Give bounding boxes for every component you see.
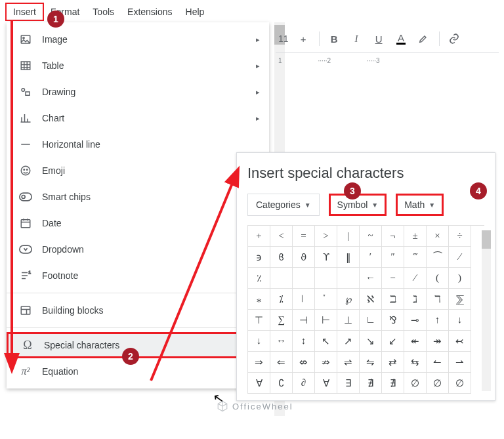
character-cell[interactable]: ⃰ — [315, 289, 337, 310]
menu-item-date[interactable]: Date — [7, 210, 269, 236]
character-cell[interactable]: = — [293, 226, 315, 247]
character-cell[interactable]: ∑ — [270, 310, 293, 331]
character-cell[interactable]: + — [248, 226, 270, 247]
menu-item-dropdown[interactable]: Dropdown — [7, 236, 269, 262]
menu-item-image[interactable]: Image ▸ — [7, 26, 269, 52]
character-cell[interactable]: ‴ — [404, 247, 427, 268]
character-cell[interactable]: ( — [427, 268, 449, 289]
menu-item-drawing[interactable]: Drawing ▸ — [7, 79, 269, 105]
character-cell[interactable]: ⅋ — [382, 310, 404, 331]
character-cell[interactable]: ⇒ — [248, 352, 270, 373]
character-cell[interactable]: ⊸ — [404, 310, 427, 331]
character-cell[interactable]: ÷ — [449, 226, 471, 247]
character-cell[interactable]: ↞ — [404, 331, 427, 352]
character-cell[interactable] — [315, 268, 337, 289]
character-cell[interactable]: ∄ — [360, 373, 382, 394]
menu-item-special-characters[interactable]: Ω Special characters — [7, 332, 269, 358]
character-cell[interactable]: ⅀ — [449, 289, 471, 310]
character-cell[interactable]: < — [270, 226, 293, 247]
character-cell[interactable]: ↔ — [270, 331, 293, 352]
insert-link-button[interactable] — [445, 29, 465, 49]
character-cell[interactable]: ⇀ — [449, 352, 471, 373]
character-cell[interactable]: ↢ — [449, 331, 471, 352]
character-cell[interactable]: ℘ — [337, 289, 360, 310]
menu-item-horizontal-line[interactable]: Horizontal line — [7, 131, 269, 157]
menu-item-table[interactable]: Table ▸ — [7, 52, 269, 79]
character-cell[interactable]: ↓ — [449, 310, 471, 331]
character-cell[interactable]: ) — [449, 268, 471, 289]
character-cell[interactable]: ⇆ — [404, 352, 427, 373]
filter-math-select[interactable]: Math▼ — [396, 194, 444, 216]
character-cell[interactable]: ℵ — [360, 289, 382, 310]
character-cell[interactable]: ↠ — [427, 331, 449, 352]
highlight-color-button[interactable] — [414, 29, 434, 49]
character-cell[interactable]: ↕ — [293, 331, 315, 352]
character-cell[interactable]: ∂ — [293, 373, 315, 394]
character-cell[interactable]: ¬ — [382, 226, 404, 247]
bold-button[interactable]: B — [325, 29, 345, 49]
character-cell[interactable]: ± — [404, 226, 427, 247]
character-cell[interactable]: ∃ — [337, 373, 360, 394]
character-cell[interactable]: ″ — [382, 247, 404, 268]
character-cell[interactable]: ⊥ — [337, 310, 360, 331]
text-color-button[interactable]: A — [392, 29, 411, 49]
character-cell[interactable] — [270, 268, 293, 289]
character-cell[interactable]: ↗ — [337, 331, 360, 352]
character-cell[interactable]: ↓ — [248, 331, 270, 352]
menu-item-building-blocks[interactable]: Building blocks ▸ — [7, 297, 269, 324]
character-cell[interactable]: ⇌ — [337, 352, 360, 373]
character-cell[interactable]: ↘ — [360, 331, 382, 352]
character-cell[interactable]: ← — [360, 268, 382, 289]
character-cell[interactable]: ϐ — [270, 247, 293, 268]
menu-item-emoji[interactable]: Emoji — [7, 157, 269, 184]
filter-symbol-select[interactable]: Symbol▼ — [329, 194, 387, 216]
menu-tools[interactable]: Tools — [86, 4, 121, 20]
character-cell[interactable]: | — [337, 226, 360, 247]
character-cell[interactable]: ⇏ — [315, 352, 337, 373]
character-cell[interactable]: ‖ — [337, 247, 360, 268]
character-cell[interactable] — [293, 268, 315, 289]
character-cell[interactable]: ϑ — [293, 247, 315, 268]
character-cell[interactable]: ∟ — [360, 310, 382, 331]
character-cell[interactable]: − — [382, 268, 404, 289]
character-cell[interactable]: ∄ — [382, 373, 404, 394]
character-cell[interactable]: ⇐ — [270, 352, 293, 373]
character-cell[interactable]: ⇄ — [382, 352, 404, 373]
character-cell[interactable]: ℸ — [427, 289, 449, 310]
filter-categories-select[interactable]: Categories▼ — [247, 194, 320, 216]
menu-insert[interactable]: Insert — [5, 3, 44, 21]
font-size-increase-button[interactable]: + — [294, 29, 314, 49]
character-cell[interactable]: × — [427, 226, 449, 247]
font-size-value[interactable]: 11 — [276, 33, 291, 44]
character-cell[interactable]: ∀ — [315, 373, 337, 394]
menu-extensions[interactable]: Extensions — [121, 4, 178, 20]
character-cell[interactable]: ↙ — [382, 331, 404, 352]
character-cell[interactable]: ∅ — [427, 373, 449, 394]
menu-item-equation[interactable]: π² Equation — [7, 358, 269, 385]
menu-item-footnote[interactable]: 1 Footnote Ctrl — [7, 262, 269, 289]
character-cell[interactable]: ⊣ — [293, 310, 315, 331]
underline-button[interactable]: U — [369, 29, 389, 49]
character-cell[interactable]: > — [315, 226, 337, 247]
character-cell[interactable]: ϶ — [248, 247, 270, 268]
menu-format[interactable]: Format — [44, 4, 86, 20]
character-cell[interactable]: ′ — [360, 247, 382, 268]
character-cell[interactable]: ℶ — [382, 289, 404, 310]
character-cell[interactable]: ∁ — [270, 373, 293, 394]
character-cell[interactable]: ⊢ — [315, 310, 337, 331]
character-cell[interactable]: ٪ — [248, 268, 270, 289]
panel-scrollbar[interactable] — [482, 230, 491, 391]
character-cell[interactable]: ∕ — [404, 268, 427, 289]
character-cell[interactable]: ⇎ — [293, 352, 315, 373]
character-cell[interactable] — [337, 268, 360, 289]
character-cell[interactable]: ⊤ — [248, 310, 270, 331]
character-cell[interactable]: ∅ — [404, 373, 427, 394]
character-cell[interactable]: ℷ — [404, 289, 427, 310]
character-cell[interactable]: ∅ — [449, 373, 471, 394]
panel-scrollbar-thumb[interactable] — [482, 230, 491, 249]
character-cell[interactable]: ⃒ — [293, 289, 315, 310]
character-cell[interactable]: ⇋ — [360, 352, 382, 373]
character-cell[interactable]: ↑ — [427, 310, 449, 331]
character-cell[interactable]: ↖ — [315, 331, 337, 352]
menu-item-smart-chips[interactable]: Smart chips ▸ — [7, 184, 269, 210]
